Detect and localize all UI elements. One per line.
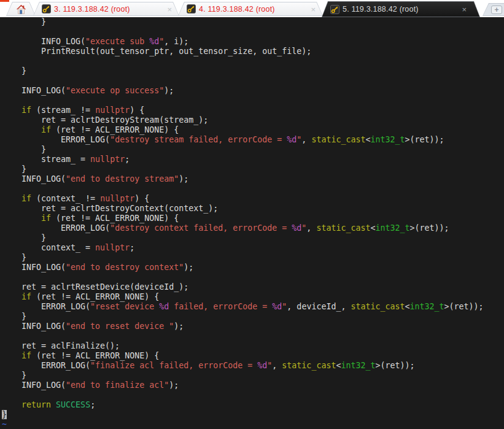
code-line bbox=[2, 390, 504, 400]
home-tab[interactable] bbox=[6, 2, 36, 16]
code-line bbox=[2, 184, 504, 194]
code-line bbox=[2, 56, 504, 66]
code-line: if (ret != ACL_ERROR_NONE) { bbox=[2, 214, 504, 223]
code-line bbox=[2, 76, 504, 86]
code-line: PrintResult(out_tensor_ptr, out_tensor_s… bbox=[2, 47, 504, 56]
terminal-window: 3. 119.3.188.42 (root) × 4. 119.3.188.42… bbox=[0, 0, 504, 429]
code-line: } bbox=[2, 17, 504, 27]
code-line: if (context_ != nullptr) { bbox=[2, 194, 504, 204]
code-line bbox=[2, 96, 504, 106]
code-line: } bbox=[2, 371, 504, 381]
code-line bbox=[2, 331, 504, 341]
code-line bbox=[2, 27, 504, 37]
code-line: return SUCCESS; bbox=[2, 400, 504, 410]
new-tab-button[interactable]: + bbox=[483, 3, 504, 16]
close-icon[interactable]: × bbox=[311, 5, 316, 13]
close-icon[interactable]: × bbox=[462, 6, 467, 14]
code-line: INFO_LOG("execute op success"); bbox=[2, 86, 504, 96]
tab-session-4[interactable]: 4. 119.3.188.42 (root) × bbox=[178, 2, 323, 16]
code-line: if (ret != ACL_ERROR_NONE) { bbox=[2, 125, 504, 135]
code-line: } bbox=[2, 233, 504, 243]
code-line: ret = aclFinalize(); bbox=[2, 341, 504, 351]
code-line: } bbox=[2, 164, 504, 174]
code-line: ret = aclrtDestroyContext(context_); bbox=[2, 204, 504, 214]
tab-session-3[interactable]: 3. 119.3.188.42 (root) × bbox=[33, 2, 179, 16]
home-icon bbox=[16, 4, 26, 14]
code-line bbox=[2, 272, 504, 282]
tab-label: 4. 119.3.188.42 (root) bbox=[199, 5, 275, 14]
code-line: ret = aclrtDestroyStream(stream_); bbox=[2, 115, 504, 125]
tab-label: 3. 119.3.188.42 (root) bbox=[54, 5, 130, 14]
tab-label: 5. 119.3.188.42 (root) bbox=[343, 5, 419, 14]
code-line: ERROR_LOG("destroy stream failed, errorC… bbox=[2, 135, 504, 145]
key-icon bbox=[187, 4, 196, 14]
code-line: INFO_LOG("end to destroy stream"); bbox=[2, 174, 504, 184]
code-line: INFO_LOG("end to reset device "); bbox=[2, 322, 504, 331]
code-line: } bbox=[2, 312, 504, 322]
code-line: } bbox=[2, 253, 504, 263]
code-line: stream_ = nullptr; bbox=[2, 155, 504, 164]
close-icon[interactable]: × bbox=[167, 5, 172, 13]
vim-tilde-marker: ~ bbox=[2, 420, 7, 429]
key-icon bbox=[330, 5, 339, 14]
code-line: } bbox=[2, 410, 504, 420]
vim-block-cursor: } bbox=[2, 410, 7, 419]
code-line: ~ bbox=[2, 420, 504, 429]
code-line: INFO_LOG("execute sub %d", i); bbox=[2, 37, 504, 47]
code-line: ERROR_LOG("reset device %d failed, error… bbox=[2, 302, 504, 312]
code-line: if (stream_ != nullptr) { bbox=[2, 106, 504, 115]
plus-icon: + bbox=[491, 6, 502, 14]
code-line: ERROR_LOG("finalize acl failed, errorCod… bbox=[2, 361, 504, 371]
code-line: INFO_LOG("end to destroy context"); bbox=[2, 263, 504, 272]
code-line: } bbox=[2, 66, 504, 76]
terminal-viewport[interactable]: } INFO_LOG("execute sub %d", i); PrintRe… bbox=[0, 17, 504, 429]
tab-session-5-active[interactable]: 5. 119.3.188.42 (root) × bbox=[322, 1, 480, 17]
code-line: ERROR_LOG("destroy context failed, error… bbox=[2, 223, 504, 233]
code-content: } INFO_LOG("execute sub %d", i); PrintRe… bbox=[0, 17, 504, 429]
code-line: context_ = nullptr; bbox=[2, 243, 504, 253]
code-line: } bbox=[2, 145, 504, 155]
code-line: if (ret != ACL_ERROR_NONE) { bbox=[2, 351, 504, 361]
tab-bar: 3. 119.3.188.42 (root) × 4. 119.3.188.42… bbox=[0, 0, 504, 17]
code-line: INFO_LOG("end to finalize acl"); bbox=[2, 381, 504, 390]
code-line: ret = aclrtResetDevice(deviceId_); bbox=[2, 282, 504, 292]
key-icon bbox=[42, 4, 51, 14]
code-line: if (ret != ACL_ERROR_NONE) { bbox=[2, 292, 504, 302]
